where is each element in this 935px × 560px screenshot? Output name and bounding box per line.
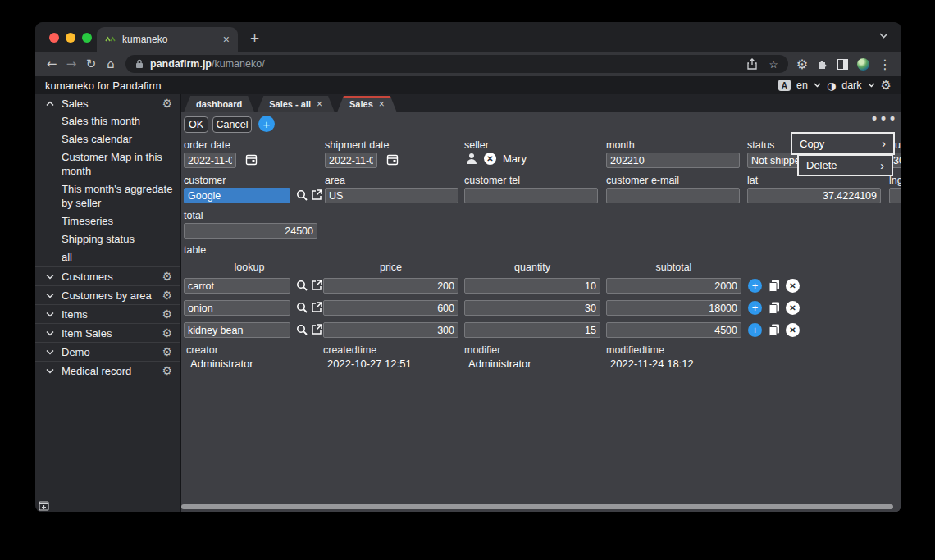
- add-record-button[interactable]: +: [258, 116, 275, 132]
- sidebar-item-sales-calendar[interactable]: Sales calendar: [35, 130, 180, 148]
- sidebar-group-items[interactable]: Items ⚙: [35, 304, 180, 323]
- calendar-icon[interactable]: [386, 153, 399, 166]
- gear-icon[interactable]: ⚙: [162, 97, 172, 110]
- cancel-button[interactable]: Cancel: [212, 116, 252, 133]
- external-link-icon[interactable]: [311, 279, 324, 292]
- lookup-input[interactable]: [184, 278, 290, 294]
- month-input[interactable]: [606, 153, 740, 168]
- home-icon[interactable]: ⌂: [101, 57, 121, 71]
- puzzle-extensions-icon[interactable]: [817, 58, 828, 70]
- share-icon[interactable]: [747, 58, 757, 70]
- price-input[interactable]: [323, 322, 458, 338]
- add-app-icon[interactable]: [39, 501, 49, 511]
- new-tab-icon[interactable]: +: [250, 30, 259, 48]
- area-input[interactable]: [325, 188, 458, 203]
- quantity-input[interactable]: [464, 278, 600, 294]
- delete-row-icon[interactable]: ✕: [786, 301, 800, 315]
- forward-icon[interactable]: →: [62, 57, 81, 71]
- close-window-button[interactable]: [49, 33, 59, 43]
- browser-tab[interactable]: kumaneko ×: [97, 27, 238, 52]
- tab-search-chevron-icon[interactable]: [879, 33, 888, 39]
- duplicate-row-icon[interactable]: [768, 301, 781, 314]
- external-link-icon[interactable]: [311, 189, 324, 202]
- theme-select[interactable]: dark: [842, 80, 861, 91]
- browser-menu-kebab-icon[interactable]: ⋮: [878, 57, 892, 72]
- app-settings-gear-icon[interactable]: ⚙: [881, 78, 892, 93]
- sidebar-item-all[interactable]: all: [35, 248, 180, 266]
- tab-sales[interactable]: Sales ×: [337, 96, 397, 112]
- context-menu-item-copy[interactable]: Copy ›: [791, 132, 895, 155]
- sidebar-group-customers[interactable]: Customers ⚙: [35, 266, 180, 285]
- gear-icon[interactable]: ⚙: [162, 345, 172, 358]
- add-row-button[interactable]: +: [748, 279, 762, 293]
- sidebar-item-shipping-status[interactable]: Shipping status: [35, 230, 180, 248]
- horizontal-scrollbar[interactable]: [181, 504, 893, 509]
- lookup-input[interactable]: [184, 300, 290, 316]
- duplicate-row-icon[interactable]: [768, 323, 781, 336]
- gear-icon[interactable]: ⚙: [162, 270, 172, 283]
- duplicate-row-icon[interactable]: [768, 279, 781, 292]
- sidebar-item-timeseries[interactable]: Timeseries: [35, 212, 180, 230]
- search-icon[interactable]: [295, 323, 308, 336]
- delete-row-icon[interactable]: ✕: [786, 323, 800, 337]
- sidebar-group-demo[interactable]: Demo ⚙: [35, 342, 180, 361]
- gear-icon[interactable]: ⚙: [162, 364, 172, 377]
- delete-row-icon[interactable]: ✕: [786, 279, 800, 293]
- quantity-input[interactable]: [464, 300, 600, 316]
- sidebar-group-medical-record[interactable]: Medical record ⚙: [35, 361, 180, 380]
- lat-input[interactable]: [747, 188, 881, 203]
- tab-dashboard[interactable]: dashboard: [184, 96, 254, 112]
- sidebar-group-sales[interactable]: Sales ⚙: [35, 94, 180, 112]
- quantity-input[interactable]: [464, 322, 600, 338]
- shipment-date-input[interactable]: [325, 153, 377, 168]
- zoom-window-button[interactable]: [82, 33, 92, 43]
- close-tab-icon[interactable]: ×: [223, 34, 230, 45]
- profile-globe-icon[interactable]: [857, 58, 869, 71]
- ok-button[interactable]: OK: [184, 116, 208, 133]
- dark-mode-extension-icon[interactable]: [837, 59, 848, 70]
- price-input[interactable]: [323, 278, 458, 294]
- price-input[interactable]: [323, 300, 458, 316]
- settings-extension-icon[interactable]: ⚙: [796, 57, 808, 72]
- subtotal-input[interactable]: [606, 278, 741, 294]
- address-bar[interactable]: pandafirm.jp/kumaneko/ ☆: [125, 55, 788, 73]
- customer-email-input[interactable]: [606, 188, 740, 203]
- gear-icon[interactable]: ⚙: [162, 307, 172, 321]
- order-date-input[interactable]: [184, 153, 236, 168]
- lng-input[interactable]: [889, 188, 901, 203]
- add-row-button[interactable]: +: [748, 323, 762, 337]
- add-row-button[interactable]: +: [748, 301, 762, 315]
- context-menu-item-delete[interactable]: Delete ›: [797, 154, 893, 176]
- subtotal-input[interactable]: [606, 322, 741, 338]
- bookmark-star-icon[interactable]: ☆: [769, 58, 778, 71]
- gear-icon[interactable]: ⚙: [162, 289, 172, 302]
- sidebar-item-month-aggredate[interactable]: This month's aggredate by seller: [35, 180, 180, 212]
- customer-input[interactable]: [184, 188, 290, 203]
- close-tab-icon[interactable]: ×: [317, 98, 322, 110]
- external-link-icon[interactable]: [311, 301, 324, 314]
- close-tab-icon[interactable]: ×: [379, 98, 385, 110]
- tab-sales-all[interactable]: Sales - all ×: [257, 96, 335, 112]
- back-icon[interactable]: ←: [42, 57, 62, 71]
- sidebar-item-sales-this-month[interactable]: Sales this month: [35, 112, 180, 130]
- sidebar-item-customer-map[interactable]: Customer Map in this month: [35, 148, 180, 180]
- calendar-icon[interactable]: [245, 153, 258, 166]
- customer-tel-input[interactable]: [464, 188, 598, 203]
- subtotal-input[interactable]: [606, 300, 741, 316]
- chevron-down-icon[interactable]: [868, 83, 875, 88]
- search-icon[interactable]: [295, 301, 308, 314]
- chevron-down-icon[interactable]: [814, 83, 821, 88]
- reload-icon[interactable]: ↻: [81, 57, 101, 71]
- sidebar-group-customers-by-area[interactable]: Customers by area ⚙: [35, 285, 180, 304]
- sidebar-group-item-sales[interactable]: Item Sales ⚙: [35, 323, 180, 342]
- gear-icon[interactable]: ⚙: [162, 326, 172, 339]
- search-icon[interactable]: [295, 279, 308, 292]
- language-select[interactable]: en: [796, 80, 808, 91]
- search-icon[interactable]: [295, 189, 308, 202]
- external-link-icon[interactable]: [311, 323, 324, 336]
- lookup-input[interactable]: [184, 322, 290, 338]
- remove-seller-icon[interactable]: ✕: [484, 153, 496, 165]
- more-options-icon[interactable]: •••: [870, 112, 897, 127]
- minimize-window-button[interactable]: [66, 33, 75, 43]
- total-input[interactable]: [184, 223, 317, 239]
